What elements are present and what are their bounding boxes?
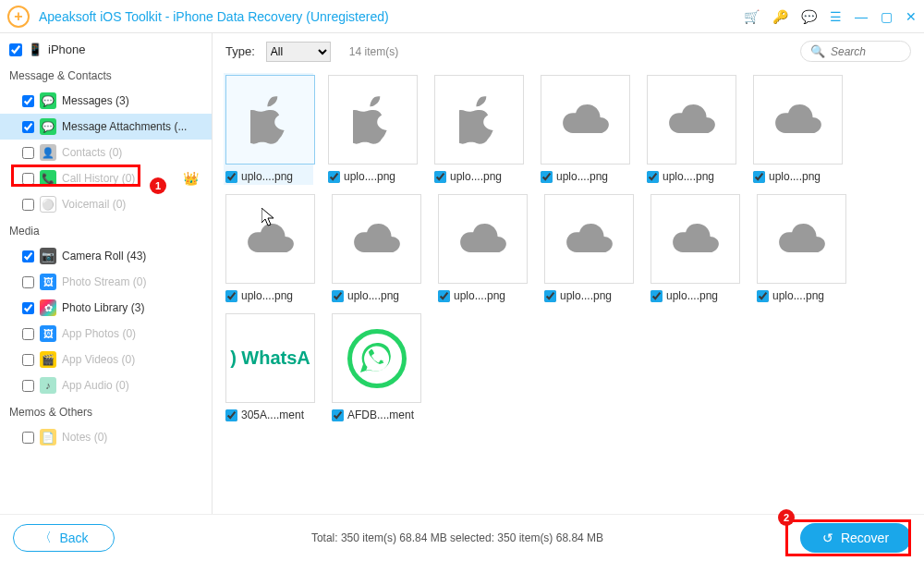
device-row[interactable]: 📱 iPhone bbox=[0, 37, 212, 62]
cart-icon[interactable]: 🛒 bbox=[744, 9, 760, 24]
sidebar-item-camera-roll[interactable]: 📷 Camera Roll (43) bbox=[0, 243, 212, 269]
sidebar-item-message-attachments[interactable]: 💬 Message Attachments (... bbox=[0, 114, 212, 140]
item-checkbox[interactable] bbox=[22, 276, 34, 288]
minimize-icon[interactable]: — bbox=[855, 9, 868, 24]
thumbnail-item[interactable]: uplo....png bbox=[757, 194, 846, 302]
item-label: Notes (0) bbox=[62, 431, 107, 444]
app-logo-icon: + bbox=[7, 6, 30, 28]
sidebar-item-photo-stream[interactable]: 🖼 Photo Stream (0) bbox=[0, 269, 212, 295]
item-label: App Audio (0) bbox=[62, 379, 129, 392]
item-checkbox[interactable] bbox=[22, 328, 34, 340]
sidebar: 📱 iPhone Message & Contacts 💬 Messages (… bbox=[0, 33, 213, 514]
appphotos-icon: 🖼 bbox=[40, 325, 56, 342]
thumb-checkbox[interactable] bbox=[332, 409, 344, 421]
sidebar-item-app-photos[interactable]: 🖼 App Photos (0) bbox=[0, 321, 212, 347]
sidebar-item-app-audio[interactable]: ♪ App Audio (0) bbox=[0, 372, 212, 398]
sidebar-item-voicemail[interactable]: ⚪ Voicemail (0) bbox=[0, 191, 212, 217]
type-label: Type: bbox=[225, 44, 255, 58]
thumbnail-item[interactable]: uplo....png bbox=[753, 75, 843, 183]
sidebar-item-app-videos[interactable]: 🎬 App Videos (0) bbox=[0, 347, 212, 372]
cloud-icon bbox=[666, 102, 718, 139]
thumb-checkbox[interactable] bbox=[225, 171, 237, 183]
key-icon[interactable]: 🔑 bbox=[772, 9, 788, 24]
thumb-caption: 305A....ment bbox=[241, 409, 304, 421]
thumb-checkbox[interactable] bbox=[647, 171, 659, 183]
chevron-left-icon: 〈 bbox=[39, 530, 52, 546]
voicemail-icon: ⚪ bbox=[40, 196, 56, 213]
type-select[interactable]: All bbox=[266, 42, 331, 62]
item-label: Voicemail (0) bbox=[62, 198, 126, 211]
content-area: Type: All 14 item(s) 🔍 uplo....png uplo.… bbox=[213, 33, 924, 514]
thumbnail-item[interactable]: ) WhatsA 305A....ment bbox=[225, 313, 315, 421]
thumb-checkbox[interactable] bbox=[225, 409, 237, 421]
sidebar-item-call-history[interactable]: 📞 Call History (0) 👑 bbox=[0, 165, 212, 191]
sidebar-item-contacts[interactable]: 👤 Contacts (0) bbox=[0, 140, 212, 165]
thumb-caption: uplo....png bbox=[454, 289, 505, 302]
item-label: Message Attachments (... bbox=[62, 120, 187, 133]
menu-icon[interactable]: ☰ bbox=[830, 9, 842, 24]
item-checkbox[interactable] bbox=[22, 354, 34, 366]
item-checkbox[interactable] bbox=[22, 302, 34, 314]
thumbnail-item[interactable]: uplo....png bbox=[224, 73, 313, 185]
sidebar-item-photo-library[interactable]: ✿ Photo Library (3) bbox=[0, 295, 212, 321]
thumbnail-item[interactable]: uplo....png bbox=[434, 75, 524, 183]
thumbnail-item[interactable]: uplo....png bbox=[328, 75, 418, 183]
thumbnail-item[interactable]: uplo....png bbox=[438, 194, 528, 302]
thumbnail-item[interactable]: uplo....png bbox=[332, 194, 421, 302]
thumb-caption: uplo....png bbox=[769, 170, 821, 183]
item-checkbox[interactable] bbox=[22, 95, 34, 107]
thumbnail-item[interactable]: uplo....png bbox=[541, 75, 630, 183]
item-checkbox[interactable] bbox=[22, 199, 34, 211]
cloud-icon bbox=[776, 221, 828, 258]
search-input[interactable] bbox=[831, 45, 905, 58]
recover-button[interactable]: ↺ Recover bbox=[800, 523, 911, 553]
apple-icon bbox=[250, 96, 291, 144]
search-box[interactable]: 🔍 bbox=[800, 41, 911, 62]
apple-icon bbox=[353, 96, 394, 144]
thumbnail-item[interactable]: uplo....png bbox=[647, 75, 736, 183]
back-button[interactable]: 〈 Back bbox=[13, 524, 115, 552]
cloud-icon bbox=[351, 221, 403, 258]
category-header: Memos & Others bbox=[0, 398, 212, 424]
category-header: Message & Contacts bbox=[0, 62, 212, 88]
thumbnail-item[interactable]: uplo....png bbox=[650, 194, 740, 302]
messages-icon: 💬 bbox=[40, 92, 56, 109]
thumb-checkbox[interactable] bbox=[544, 290, 556, 302]
thumb-caption: uplo....png bbox=[347, 289, 399, 302]
thumb-checkbox[interactable] bbox=[650, 290, 663, 302]
cloud-icon bbox=[245, 221, 297, 258]
close-icon[interactable]: ✕ bbox=[906, 9, 917, 24]
thumbnail-item[interactable]: uplo....png bbox=[225, 194, 315, 302]
thumb-checkbox[interactable] bbox=[434, 171, 446, 183]
recover-label: Recover bbox=[841, 531, 889, 545]
item-checkbox[interactable] bbox=[22, 173, 34, 185]
thumb-caption: uplo....png bbox=[556, 170, 608, 183]
maximize-icon[interactable]: ▢ bbox=[881, 9, 893, 24]
item-label: App Videos (0) bbox=[62, 353, 135, 366]
thumb-checkbox[interactable] bbox=[225, 290, 237, 302]
item-checkbox[interactable] bbox=[22, 121, 34, 133]
cloud-icon bbox=[564, 221, 615, 258]
sidebar-item-notes[interactable]: 📄 Notes (0) bbox=[0, 424, 212, 450]
thumbnail-item[interactable]: uplo....png bbox=[544, 194, 634, 302]
item-checkbox[interactable] bbox=[22, 432, 34, 444]
thumb-caption: uplo....png bbox=[772, 289, 824, 302]
thumb-checkbox[interactable] bbox=[332, 290, 344, 302]
notes-icon: 📄 bbox=[40, 429, 56, 445]
attachments-icon: 💬 bbox=[40, 118, 56, 135]
thumb-checkbox[interactable] bbox=[757, 290, 769, 302]
thumb-checkbox[interactable] bbox=[328, 171, 340, 183]
item-checkbox[interactable] bbox=[22, 147, 34, 159]
device-checkbox[interactable] bbox=[9, 43, 22, 56]
thumb-checkbox[interactable] bbox=[541, 171, 553, 183]
item-label: App Photos (0) bbox=[62, 327, 136, 340]
item-count: 14 item(s) bbox=[349, 45, 398, 58]
thumb-checkbox[interactable] bbox=[438, 290, 450, 302]
item-checkbox[interactable] bbox=[22, 380, 34, 392]
feedback-icon[interactable]: 💬 bbox=[801, 9, 817, 24]
item-checkbox[interactable] bbox=[22, 250, 34, 262]
thumbnail-item[interactable]: AFDB....ment bbox=[332, 313, 421, 421]
sidebar-item-messages[interactable]: 💬 Messages (3) bbox=[0, 88, 212, 114]
item-label: Camera Roll (43) bbox=[62, 250, 146, 262]
thumb-checkbox[interactable] bbox=[753, 171, 765, 183]
